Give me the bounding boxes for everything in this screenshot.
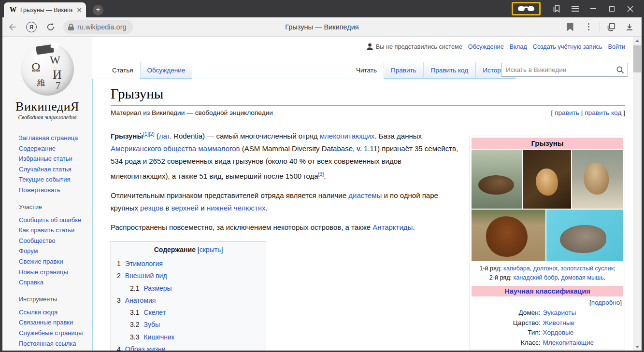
site-subtitle: Материал из Википедии — свободной энцикл… (111, 109, 273, 116)
wikipedia-page: Вы не представились системе Обсуждение В… (2, 37, 633, 351)
toc-item[interactable]: 3.3Кишечник (117, 331, 260, 343)
browser-window: W Грызуны — Википедия ✕ + (0, 0, 644, 352)
sidebar-link[interactable]: Пожертвовать (19, 186, 60, 194)
sidebar-link[interactable]: Как править статьи (19, 226, 74, 234)
sidebar-link[interactable]: Случайная статья (19, 166, 72, 173)
wiki-sidebar: Ω W И 7 維 ВикипедиЯ Свободная энциклопед… (2, 37, 92, 351)
collections-icon[interactable] (602, 18, 620, 36)
incognito-glasses-icon (517, 5, 535, 12)
photo-beaver[interactable] (472, 210, 545, 261)
sidebar-link[interactable]: Постоянная ссылка (19, 340, 76, 347)
toc-item[interactable]: 1Этимология (117, 258, 260, 270)
close-window-button[interactable] (621, 0, 639, 17)
sidebar-nav-list: Заглавная страница Содержание Избранные … (19, 133, 92, 196)
toc-item[interactable]: 4Образ жизни (117, 343, 260, 351)
classification-row: Домен: Эукариоты (472, 308, 623, 318)
sidebar-link[interactable]: Связанные правки (19, 319, 73, 326)
personal-link-talk[interactable]: Обсуждение (468, 43, 504, 50)
photo-springhare[interactable] (523, 150, 571, 209)
sidebar-link[interactable]: Справка (19, 279, 43, 286)
sidebar-header-participation: Участие (19, 204, 92, 211)
page-title: Грызуны (111, 86, 625, 106)
toolbar-divider (600, 22, 600, 32)
incognito-highlight-box[interactable] (512, 2, 541, 15)
photo-house-mouse[interactable] (546, 210, 623, 261)
tab-title: Грызуны — Википедия (20, 7, 72, 14)
sidebar-link[interactable]: Свежие правки (19, 258, 63, 265)
address-bar: Я ru.wikipedia.org Грызуны — Википедия (2, 17, 642, 37)
new-tab-button[interactable]: + (93, 5, 103, 15)
browser-menu-icon[interactable] (566, 0, 584, 17)
yandex-button[interactable]: Я (22, 22, 41, 32)
tab-edit-source[interactable]: Править код (424, 62, 476, 79)
logo-tagline: Свободная энциклопедия (2, 114, 92, 120)
photo-golden-ground-squirrel[interactable] (572, 150, 623, 209)
bookmark-icon[interactable] (561, 18, 579, 36)
toc-item[interactable]: 2Внешний вид (117, 270, 260, 282)
sidebar-link[interactable]: Содержание (19, 145, 56, 152)
personal-link-contribs[interactable]: Вклад (510, 43, 527, 50)
reload-button[interactable] (41, 22, 60, 32)
classification-row: Царство: Животные (472, 318, 623, 328)
paragraph: Распространены повсеместно, за исключени… (111, 221, 459, 234)
toc-item[interactable]: 2.1Размеры (117, 282, 260, 295)
section-edit-links[interactable]: [ править | править код ] (551, 109, 625, 116)
browser-tab[interactable]: W Грызуны — Википедия ✕ (4, 2, 86, 17)
tab-article[interactable]: Статья (105, 62, 140, 79)
side-panels-icon[interactable] (547, 0, 566, 17)
scroll-up-arrow[interactable] (633, 37, 642, 44)
tab-read[interactable]: Читать (349, 62, 384, 79)
toc-item[interactable]: 3Анатомия (117, 295, 260, 307)
sidebar-link[interactable]: Избранные статьи (19, 155, 72, 162)
back-button[interactable] (2, 21, 22, 33)
toc-item[interactable]: 3.2Зубы (117, 319, 260, 331)
classification-rows: Домен: Эукариоты Царство: Животные Тип: … (472, 308, 623, 348)
search-icon[interactable] (613, 66, 628, 74)
photo-capybara[interactable] (472, 150, 522, 209)
photo-caption-row1: 1-й ряд: капибара, долгоног, золотистый … (472, 264, 623, 273)
classification-row: Класс: Млекопитающие (472, 338, 623, 348)
download-icon[interactable] (620, 18, 639, 36)
sidebar-link[interactable]: Заглавная страница (19, 134, 78, 141)
sidebar-link[interactable]: Ссылки сюда (19, 309, 57, 316)
toc-header[interactable]: Содержание [скрыть] (117, 246, 260, 253)
scroll-down-arrow[interactable] (633, 343, 642, 351)
maximize-button[interactable] (602, 0, 621, 17)
toc-item[interactable]: 3.1Скелет (117, 307, 260, 319)
logo-wordmark: ВикипедиЯ (2, 99, 92, 114)
personal-bar: Вы не представились системе Обсуждение В… (366, 43, 625, 51)
user-status: Вы не представились системе (366, 43, 462, 51)
sidebar-participation-list: Сообщить об ошибке Как править статьи Со… (19, 215, 92, 288)
url-text: ru.wikipedia.org (77, 23, 127, 31)
sidebar-link[interactable]: Служебные страницы (19, 329, 83, 337)
sidebar-link[interactable]: Сообщить об ошибке (19, 216, 81, 224)
tab-close-icon[interactable]: ✕ (76, 6, 82, 14)
lock-icon[interactable] (68, 24, 74, 30)
taxobox: Грызуны 1-й ряд: капибара, д (470, 136, 625, 350)
tab-edit[interactable]: Править (384, 62, 424, 79)
classification-row: Тип: Хордовые (472, 328, 623, 338)
scrollbar-thumb[interactable] (633, 45, 641, 72)
user-icon (366, 43, 373, 51)
table-of-contents: Содержание [скрыть] 1Этимология 2Внешний… (111, 241, 266, 351)
more-options-icon[interactable] (579, 18, 598, 36)
personal-link-login[interactable]: Войти (608, 43, 625, 50)
wiki-header: Вы не представились системе Обсуждение В… (92, 37, 633, 79)
sidebar-link[interactable]: Текущие события (19, 176, 71, 183)
personal-link-create-account[interactable]: Создать учётную запись (533, 43, 602, 50)
page-scrollbar[interactable] (633, 37, 642, 351)
wikipedia-logo[interactable]: Ω W И 7 維 ВикипедиЯ Свободная энциклопед… (2, 37, 92, 120)
sidebar-link[interactable]: Сообщество (19, 237, 56, 244)
photo-caption-row2: 2-й ряд: канадский бобр, домовая мышь. (472, 273, 623, 282)
tab-discussion[interactable]: Обсуждение (140, 62, 193, 79)
article-content: Грызуны Материал из Википедии — свободно… (92, 79, 633, 351)
view-tabs: Читать Править Править код История (349, 62, 515, 79)
minimize-button[interactable] (584, 0, 602, 17)
taxobox-title: Грызуны (472, 138, 623, 149)
wiki-search-input[interactable] (501, 66, 613, 73)
browser-tab-strip: W Грызуны — Википедия ✕ + (0, 0, 644, 17)
classification-detail-link[interactable]: [подробно] (472, 296, 623, 307)
sidebar-link[interactable]: Форум (19, 247, 38, 254)
address-field[interactable]: ru.wikipedia.org (63, 20, 133, 34)
sidebar-link[interactable]: Новые страницы (19, 268, 68, 276)
